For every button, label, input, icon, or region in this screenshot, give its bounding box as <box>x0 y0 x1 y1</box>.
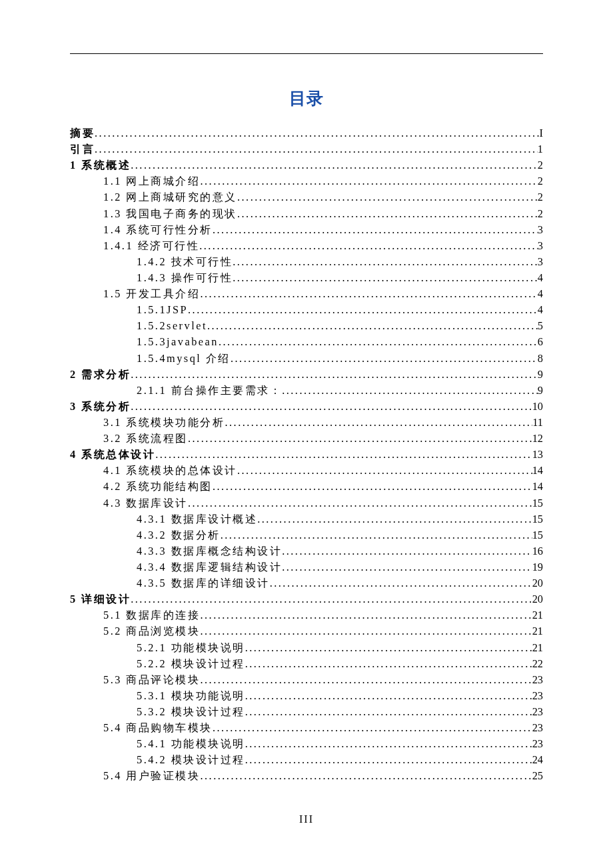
toc-entry[interactable]: 1.5.4mysql 介绍8 <box>70 351 543 367</box>
toc-entry[interactable]: 2.1.1 前台操作主要需求：9 <box>70 383 543 399</box>
toc-entry-page: 15 <box>532 511 543 527</box>
page-content: 目录 摘要I引言11 系统概述21.1 网上商城介绍21.2 网上商城研究的意义… <box>0 0 613 824</box>
toc-entry-label: 1.4 系统可行性分析 <box>103 222 213 238</box>
toc-entry[interactable]: 4.1 系统模块的总体设计14 <box>70 463 543 479</box>
toc-entry[interactable]: 5.3.1 模块功能说明23 <box>70 688 543 704</box>
toc-entry-label: 1.5.2servlet <box>137 318 207 334</box>
toc-entry[interactable]: 5.3.2 模块设计过程23 <box>70 704 543 720</box>
toc-entry-page: 15 <box>532 495 543 511</box>
toc-entry-page: 4 <box>538 286 543 302</box>
toc-entry[interactable]: 1.3 我国电子商务的现状2 <box>70 206 543 222</box>
toc-entry[interactable]: 引言1 <box>70 141 543 157</box>
toc-leader-dots <box>245 688 532 704</box>
toc-entry[interactable]: 1.4.3 操作可行性4 <box>70 270 543 286</box>
toc-leader-dots <box>95 125 540 141</box>
toc-entry-page: 21 <box>532 640 543 656</box>
toc-entry-label: 1.5 开发工具介绍 <box>103 286 200 302</box>
toc-leader-dots <box>282 543 532 559</box>
toc-entry[interactable]: 4 系统总体设计13 <box>70 447 543 463</box>
toc-list: 摘要I引言11 系统概述21.1 网上商城介绍21.2 网上商城研究的意义21.… <box>70 125 543 784</box>
toc-entry-label: 5.3.2 模块设计过程 <box>137 704 245 720</box>
toc-entry[interactable]: 5.1 数据库的连接21 <box>70 607 543 623</box>
toc-entry[interactable]: 1 系统概述2 <box>70 157 543 173</box>
toc-entry-label: 3 系统分析 <box>70 399 131 415</box>
toc-entry[interactable]: 4.2 系统功能结构图14 <box>70 479 543 495</box>
toc-entry[interactable]: 摘要I <box>70 125 543 141</box>
toc-entry-page: 24 <box>532 752 543 768</box>
toc-leader-dots <box>213 222 538 238</box>
toc-entry-label: 4.3.4 数据库逻辑结构设计 <box>137 559 282 575</box>
toc-entry[interactable]: 5 详细设计20 <box>70 591 543 607</box>
toc-entry[interactable]: 5.4 用户验证模块25 <box>70 768 543 784</box>
toc-leader-dots <box>231 351 538 367</box>
toc-entry[interactable]: 3.2 系统流程图12 <box>70 431 543 447</box>
toc-entry-label: 4.3.1 数据库设计概述 <box>137 511 257 527</box>
toc-leader-dots <box>257 511 532 527</box>
toc-entry-page: 5 <box>538 318 543 334</box>
toc-leader-dots <box>131 157 538 173</box>
toc-title: 目录 <box>70 87 543 109</box>
toc-entry[interactable]: 4.3.1 数据库设计概述15 <box>70 511 543 527</box>
toc-entry[interactable]: 1.5.2servlet5 <box>70 318 543 334</box>
toc-leader-dots <box>233 254 538 270</box>
toc-entry-label: 5.4 用户验证模块 <box>103 768 200 784</box>
toc-entry-page: 14 <box>532 463 543 479</box>
top-rule <box>70 53 543 54</box>
toc-leader-dots <box>200 672 532 688</box>
toc-entry[interactable]: 4.3 数据库设计15 <box>70 495 543 511</box>
toc-entry[interactable]: 4.3.2 数据分析15 <box>70 527 543 543</box>
toc-leader-dots <box>270 575 532 591</box>
toc-entry-page: 23 <box>532 672 543 688</box>
toc-entry-page: 12 <box>532 431 543 447</box>
toc-entry[interactable]: 1.4.1 经济可行性3 <box>70 238 543 254</box>
toc-entry-page: 2 <box>538 206 543 222</box>
toc-entry-page: 16 <box>532 543 543 559</box>
toc-entry-label: 1.4.2 技术可行性 <box>137 254 233 270</box>
toc-entry[interactable]: 1.4.2 技术可行性3 <box>70 254 543 270</box>
toc-entry-page: 20 <box>532 591 543 607</box>
toc-entry-page: 10 <box>532 399 543 415</box>
toc-entry-page: 13 <box>532 447 543 463</box>
toc-leader-dots <box>207 318 538 334</box>
toc-entry[interactable]: 3 系统分析10 <box>70 399 543 415</box>
toc-entry-page: 11 <box>532 415 543 431</box>
toc-leader-dots <box>188 495 532 511</box>
toc-entry[interactable]: 1.5 开发工具介绍4 <box>70 286 543 302</box>
toc-entry[interactable]: 5.2.1 功能模块说明21 <box>70 640 543 656</box>
toc-entry-label: 1.2 网上商城研究的意义 <box>103 189 237 205</box>
toc-entry-page: 2 <box>538 173 543 189</box>
toc-entry[interactable]: 1.1 网上商城介绍2 <box>70 173 543 189</box>
toc-leader-dots <box>199 238 538 254</box>
toc-entry-page: 20 <box>532 575 543 591</box>
page-number: III <box>0 813 613 825</box>
toc-entry-label: 5.3 商品评论模块 <box>103 672 200 688</box>
toc-entry-label: 2 需求分析 <box>70 367 131 383</box>
toc-entry[interactable]: 3.1 系统模块功能分析11 <box>70 415 543 431</box>
toc-entry[interactable]: 4.3.4 数据库逻辑结构设计19 <box>70 559 543 575</box>
toc-entry-label: 5.1 数据库的连接 <box>103 607 200 623</box>
toc-entry-label: 1.5.4mysql 介绍 <box>137 351 231 367</box>
toc-entry[interactable]: 5.2.2 模块设计过程22 <box>70 656 543 672</box>
toc-entry[interactable]: 4.3.3 数据库概念结构设计16 <box>70 543 543 559</box>
toc-entry[interactable]: 1.2 网上商城研究的意义2 <box>70 189 543 205</box>
toc-entry-label: 3.2 系统流程图 <box>103 431 188 447</box>
toc-entry-label: 1.5.1JSP <box>137 302 188 318</box>
toc-leader-dots <box>200 607 532 623</box>
toc-entry-label: 5.3.1 模块功能说明 <box>137 688 245 704</box>
toc-leader-dots <box>213 479 532 495</box>
toc-leader-dots <box>233 270 538 286</box>
toc-entry[interactable]: 5.3 商品评论模块23 <box>70 672 543 688</box>
toc-entry[interactable]: 1.5.3javabean6 <box>70 334 543 350</box>
toc-entry[interactable]: 1.5.1JSP4 <box>70 302 543 318</box>
toc-entry[interactable]: 5.4.1 功能模块说明23 <box>70 736 543 752</box>
toc-entry[interactable]: 2 需求分析9 <box>70 367 543 383</box>
toc-entry-page: 2 <box>538 157 543 173</box>
toc-entry[interactable]: 4.3.5 数据库的详细设计20 <box>70 575 543 591</box>
toc-entry[interactable]: 1.4 系统可行性分析3 <box>70 222 543 238</box>
toc-entry-label: 5.2.2 模块设计过程 <box>137 656 245 672</box>
toc-entry[interactable]: 5.2 商品浏览模块21 <box>70 623 543 639</box>
toc-entry-label: 摘要 <box>70 125 95 141</box>
toc-entry-label: 5.4.1 功能模块说明 <box>137 736 245 752</box>
toc-entry[interactable]: 5.4.2 模块设计过程24 <box>70 752 543 768</box>
toc-entry[interactable]: 5.4 商品购物车模块23 <box>70 720 543 736</box>
